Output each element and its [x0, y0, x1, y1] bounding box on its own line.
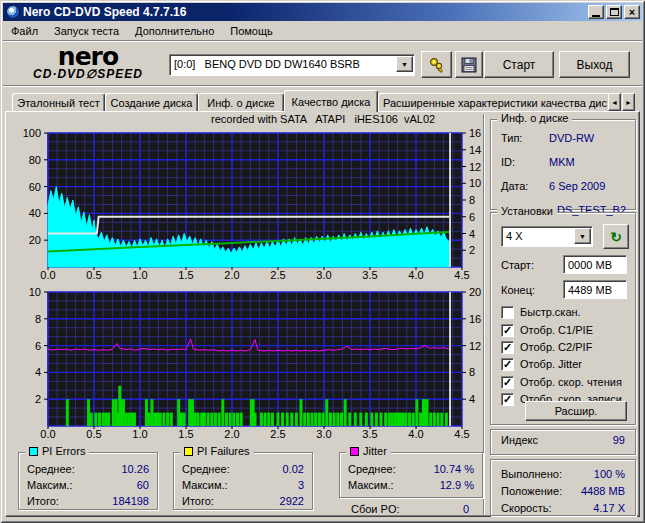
- minimize-button[interactable]: [588, 5, 604, 19]
- end-position-input[interactable]: [563, 280, 627, 299]
- svg-text:4.5: 4.5: [454, 428, 469, 440]
- pi-errors-legend-swatch: [29, 447, 38, 456]
- app-icon: [6, 5, 20, 19]
- po-failures-value: 0: [463, 503, 469, 515]
- checkbox-box[interactable]: ✓: [501, 324, 514, 337]
- refresh-speeds-button[interactable]: ↻: [603, 224, 629, 249]
- svg-text:4.5: 4.5: [454, 269, 469, 281]
- pi-failures-stats-box: PI Failures Среднее:0.02 Максим.:3 Итого…: [173, 452, 313, 510]
- exit-button[interactable]: Выход: [559, 51, 630, 78]
- jitter-stats-box: Jitter Среднее:10.74 % Максим.:12.9 %: [339, 452, 483, 498]
- checkbox-box[interactable]: ✓: [501, 341, 514, 354]
- arrow-right-icon: ►: [625, 99, 632, 106]
- pi-failures-stats-title: PI Failures: [180, 445, 254, 457]
- check-icon: ✓: [503, 342, 512, 352]
- svg-text:4: 4: [469, 228, 475, 240]
- menu-item-help[interactable]: Помощь: [222, 23, 281, 39]
- tab-benchmark[interactable]: Эталонный тест: [12, 93, 105, 112]
- tab-strip: Эталонный тест Создание диска Инф. о дис…: [5, 90, 640, 111]
- device-options-button[interactable]: [421, 51, 452, 78]
- po-failures-row: Сбои PO: 0: [343, 503, 479, 515]
- svg-text:1.5: 1.5: [178, 269, 193, 281]
- floppy-save-icon: [461, 57, 477, 73]
- svg-text:12: 12: [469, 161, 481, 173]
- jitter-legend-swatch: [350, 447, 359, 456]
- vertical-divider: [483, 114, 485, 515]
- svg-text:1.0: 1.0: [132, 269, 147, 281]
- svg-text:80: 80: [29, 154, 41, 166]
- app-window: Nero CD-DVD Speed 4.7.7.16 × Файл Запуск…: [0, 0, 645, 523]
- tab-disc-info[interactable]: Инф. о диске: [198, 93, 284, 112]
- svg-text:2.5: 2.5: [270, 269, 285, 281]
- done-value: 100 %: [594, 468, 625, 480]
- menu-item-file[interactable]: Файл: [3, 23, 46, 39]
- advanced-button[interactable]: Расшир.: [525, 401, 627, 421]
- checkbox-show-c1-pie[interactable]: ✓ Отобр. C1/PIE: [501, 323, 593, 337]
- save-button[interactable]: [455, 51, 483, 78]
- speed-label: Скорость:: [501, 502, 552, 514]
- svg-text:60: 60: [29, 181, 41, 193]
- menu-item-extra[interactable]: Дополнительно: [127, 23, 222, 39]
- index-value: 99: [613, 434, 625, 446]
- check-icon: ✓: [503, 377, 512, 387]
- menu-item-run-test[interactable]: Запуск теста: [46, 23, 127, 39]
- checkbox-show-read-speed[interactable]: ✓ Отобр. скор. чтения: [501, 375, 622, 389]
- checkbox-box[interactable]: ✓: [501, 376, 514, 389]
- svg-text:4: 4: [35, 366, 41, 378]
- tab-scroll-left-button[interactable]: ◄: [608, 93, 621, 111]
- disc-quality-page: recorded with SATA ATAPI iHES106 vAL02 0…: [5, 111, 640, 517]
- position-label: Положение:: [501, 485, 562, 497]
- checkbox-box[interactable]: ✓: [501, 393, 514, 406]
- done-label: Выполнено:: [501, 468, 562, 480]
- toolbar: nero CD·DVD∅SPEED [0:0] BENQ DVD DD DW16…: [3, 42, 642, 87]
- speed-select[interactable]: 4 X ▼: [501, 226, 593, 247]
- svg-text:20: 20: [469, 286, 481, 298]
- refresh-icon: ↻: [610, 229, 622, 245]
- disc-info-title: Инф. о диске: [497, 112, 572, 124]
- svg-text:2.0: 2.0: [224, 269, 239, 281]
- keys-icon: [428, 56, 446, 74]
- checkbox-show-jitter[interactable]: ✓ Отобр. Jitter: [501, 357, 582, 371]
- svg-text:8: 8: [469, 194, 475, 206]
- po-failures-label: Сбои PO:: [351, 503, 400, 515]
- svg-text:3.5: 3.5: [362, 269, 377, 281]
- drive-select-arrow[interactable]: ▼: [396, 56, 413, 72]
- check-icon: ✓: [503, 325, 512, 335]
- svg-text:14: 14: [469, 144, 481, 156]
- svg-text:3.0: 3.0: [316, 269, 331, 281]
- tab-scroll-right-button[interactable]: ►: [622, 93, 635, 111]
- window-title: Nero CD-DVD Speed 4.7.7.16: [23, 5, 586, 19]
- svg-text:0.0: 0.0: [40, 428, 55, 440]
- svg-text:8: 8: [35, 313, 41, 325]
- chevron-down-icon: ▼: [579, 233, 586, 240]
- maximize-button[interactable]: [606, 5, 622, 19]
- tab-disc-quality[interactable]: Качество диска: [284, 90, 378, 112]
- tab-create-disc[interactable]: Создание диска: [105, 93, 198, 112]
- svg-text:6: 6: [469, 211, 475, 223]
- tab-advanced-quality[interactable]: Расширенные характеристики качества дис: [378, 93, 616, 112]
- start-button[interactable]: Старт: [484, 51, 554, 78]
- svg-text:16: 16: [469, 313, 481, 325]
- nero-logo-text: nero: [13, 44, 163, 69]
- pi-errors-stats-title: PI Errors: [25, 445, 89, 457]
- checkbox-box[interactable]: ✓: [501, 306, 514, 319]
- checkbox-fast-scan[interactable]: ✓ Быстр.скан.: [501, 305, 581, 319]
- checkbox-box[interactable]: ✓: [501, 358, 514, 371]
- maximize-icon: [610, 8, 619, 16]
- checkbox-show-c2-pif[interactable]: ✓ Отобр. C2/PIF: [501, 340, 592, 354]
- start-position-input[interactable]: [563, 255, 627, 274]
- svg-text:0.5: 0.5: [86, 269, 101, 281]
- toolbar-separator: [3, 85, 642, 87]
- close-button[interactable]: ×: [624, 5, 640, 19]
- pi-failures-legend-swatch: [184, 447, 193, 456]
- speed-select-value: 4 X: [502, 227, 573, 246]
- svg-text:1.5: 1.5: [178, 428, 193, 440]
- speed-select-arrow[interactable]: ▼: [574, 228, 591, 244]
- end-position-label: Конец:: [501, 284, 535, 296]
- svg-text:100: 100: [23, 127, 41, 139]
- pi-errors-stats-box: PI Errors Среднее:10.26 Максим.:60 Итого…: [18, 452, 158, 510]
- drive-select-value: [0:0] BENQ DVD DD DW1640 BSRB: [170, 55, 395, 75]
- svg-text:40: 40: [29, 207, 41, 219]
- pi-failures-jitter-chart: 0.00.51.01.52.02.53.03.54.04.52468104812…: [6, 284, 488, 452]
- drive-select[interactable]: [0:0] BENQ DVD DD DW1640 BSRB ▼: [169, 54, 415, 76]
